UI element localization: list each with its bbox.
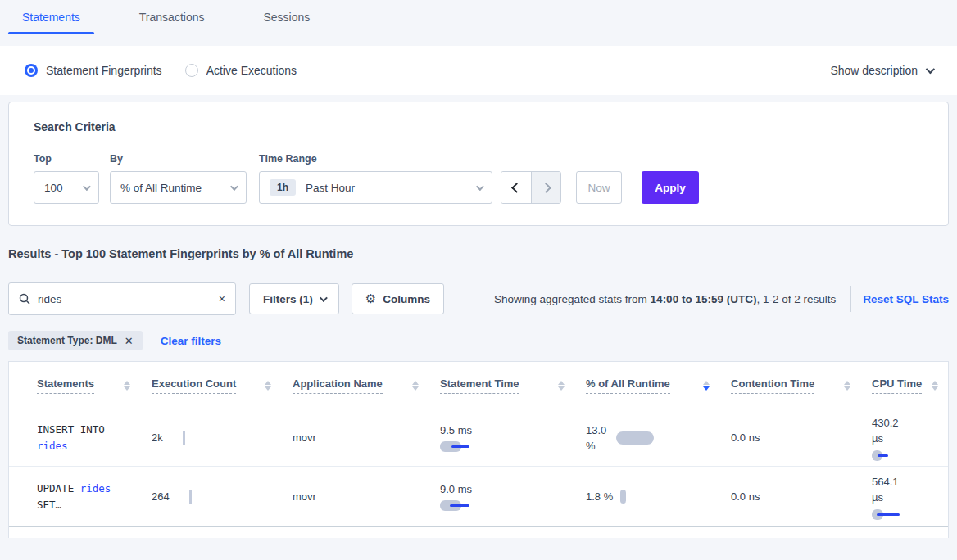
execution-count-bar — [183, 431, 185, 445]
now-button[interactable]: Now — [576, 171, 622, 204]
sort-icon[interactable] — [412, 381, 419, 391]
radio-active-executions[interactable]: Active Executions — [185, 64, 297, 77]
chevron-down-icon — [83, 183, 91, 191]
results-toolbar: × Filters (1) ⚙ Columns Showing aggregat… — [8, 282, 949, 315]
tab-transactions[interactable]: Transactions — [125, 0, 219, 34]
pct-runtime-cell: 1.8 % — [586, 490, 731, 504]
applied-filters-row: Statement Type: DML ✕ Clear filters — [8, 331, 957, 350]
sort-icon[interactable] — [265, 381, 271, 391]
table-row[interactable]: UPDATE rides SET… 264 movr 9.0 ms 1.8 % … — [9, 467, 948, 527]
application-name-cell: movr — [293, 490, 440, 503]
columns-button[interactable]: ⚙ Columns — [352, 283, 444, 314]
top-select-value: 100 — [44, 182, 63, 194]
statement-search-box: × — [8, 282, 236, 315]
time-range-arrows — [501, 171, 561, 204]
col-header-application-name[interactable]: Application Name — [293, 377, 440, 394]
statement-time-bar — [440, 441, 481, 452]
col-header-pct-of-all-runtime[interactable]: % of All Runtime — [586, 377, 731, 394]
show-description-label: Show description — [830, 64, 918, 77]
statement-time-bar — [440, 500, 481, 511]
table-row[interactable]: INSERT INTO rides 2k movr 9.5 ms 13.0 % … — [9, 409, 948, 467]
view-mode-radio-group: Statement Fingerprints Active Executions — [25, 64, 297, 77]
pct-runtime-cell: 13.0 % — [586, 422, 731, 454]
time-range-label: Time Range — [259, 153, 492, 165]
search-criteria-form: Top 100 By % of All Runtime Time Range 1… — [25, 153, 932, 204]
chevron-down-icon — [926, 65, 935, 74]
radio-statement-fingerprints[interactable]: Statement Fingerprints — [25, 64, 162, 77]
by-label: By — [110, 153, 247, 165]
tab-sessions[interactable]: Sessions — [249, 0, 324, 34]
search-criteria-card: Search Criteria Top 100 By % of All Runt… — [8, 102, 949, 226]
show-description-toggle[interactable]: Show description — [830, 64, 932, 77]
sort-icon-active[interactable] — [703, 381, 710, 391]
execution-count-cell: 2k — [152, 431, 293, 445]
statement-cell: UPDATE rides SET… — [37, 481, 152, 513]
tab-statements[interactable]: Statements — [8, 0, 94, 34]
clear-filters-link[interactable]: Clear filters — [161, 335, 221, 347]
by-select[interactable]: % of All Runtime — [110, 171, 247, 204]
filters-button[interactable]: Filters (1) — [249, 283, 339, 314]
radio-label: Active Executions — [206, 64, 297, 77]
cpu-time-cell: 430.2 µs — [872, 415, 948, 461]
statement-time-cell: 9.5 ms — [440, 424, 586, 452]
remove-filter-icon[interactable]: ✕ — [125, 335, 134, 347]
execution-count-cell: 264 — [152, 490, 293, 504]
execution-count-bar — [189, 490, 192, 504]
statement-fingerprint-link[interactable]: rides — [37, 440, 68, 452]
stats-summary: Showing aggregated stats from 14:00 to 1… — [494, 293, 836, 305]
chevron-right-icon — [541, 183, 551, 193]
pct-runtime-bar — [620, 490, 626, 504]
top-label: Top — [34, 153, 99, 165]
view-mode-bar: Statement Fingerprints Active Executions… — [0, 46, 957, 95]
columns-label: Columns — [383, 293, 430, 305]
sort-icon[interactable] — [558, 381, 565, 391]
col-header-cpu-time[interactable]: CPU Time — [872, 377, 948, 394]
reset-sql-stats-link[interactable]: Reset SQL Stats — [863, 293, 949, 305]
statement-time-cell: 9.0 ms — [440, 483, 586, 511]
radio-label: Statement Fingerprints — [46, 64, 162, 77]
filter-chip-statement-type[interactable]: Statement Type: DML ✕ — [8, 331, 143, 350]
search-icon — [19, 293, 30, 305]
sql-activity-tabbar: Statements Transactions Sessions — [0, 0, 957, 34]
col-header-statement-time[interactable]: Statement Time — [440, 377, 586, 394]
results-heading: Results - Top 100 Statement Fingerprints… — [8, 247, 957, 260]
col-header-execution-count[interactable]: Execution Count — [152, 377, 293, 394]
contention-time-cell: 0.0 ns — [731, 431, 872, 444]
table-footer-spacer — [9, 527, 948, 538]
statement-cell: INSERT INTO rides — [37, 422, 152, 454]
radio-selected-icon — [25, 64, 38, 77]
time-range-select[interactable]: 1h Past Hour — [259, 171, 492, 204]
sort-icon[interactable] — [124, 381, 130, 391]
sort-icon[interactable] — [844, 381, 850, 391]
statements-table: Statements Execution Count Application N… — [8, 361, 949, 538]
chevron-left-icon — [511, 183, 522, 193]
search-criteria-title: Search Criteria — [25, 120, 932, 133]
by-select-value: % of All Runtime — [120, 182, 202, 194]
time-range-prev-button[interactable] — [501, 172, 531, 203]
time-range-next-button[interactable] — [531, 172, 560, 203]
divider — [850, 286, 851, 312]
top-select[interactable]: 100 — [34, 171, 99, 204]
time-range-value: Past Hour — [306, 182, 355, 194]
time-range-badge: 1h — [270, 179, 296, 196]
search-input[interactable] — [38, 293, 219, 305]
col-header-statements[interactable]: Statements — [37, 377, 152, 394]
sort-icon[interactable] — [932, 381, 938, 391]
radio-unselected-icon — [185, 64, 198, 77]
cpu-time-bar — [872, 509, 913, 520]
contention-time-cell: 0.0 ns — [731, 490, 872, 503]
gear-icon: ⚙ — [365, 291, 376, 306]
filters-label: Filters (1) — [263, 293, 313, 305]
pct-runtime-bar — [616, 431, 654, 445]
chevron-down-icon — [476, 183, 484, 191]
stats-time-range: 14:00 to 15:59 (UTC) — [651, 293, 757, 305]
statement-fingerprint-link[interactable]: rides — [80, 482, 111, 495]
apply-button[interactable]: Apply — [642, 171, 699, 204]
chevron-down-icon — [320, 294, 328, 302]
cpu-time-bar — [872, 450, 913, 461]
col-header-contention-time[interactable]: Contention Time — [731, 377, 872, 394]
table-header-row: Statements Execution Count Application N… — [9, 362, 948, 409]
filter-chip-label: Statement Type: DML — [17, 335, 117, 346]
chevron-down-icon — [230, 183, 238, 191]
clear-search-icon[interactable]: × — [219, 292, 225, 305]
